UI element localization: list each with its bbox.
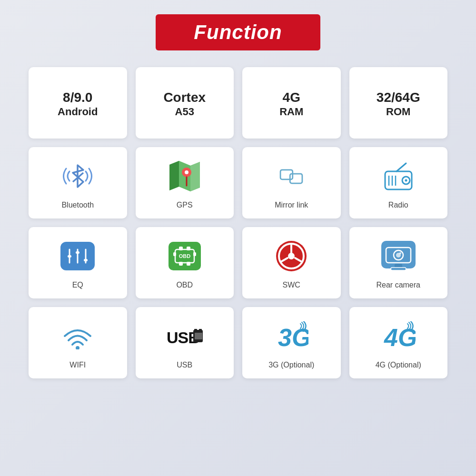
svg-rect-49 — [195, 333, 202, 339]
title-banner: Function — [156, 14, 320, 50]
rearcam-icon — [379, 238, 417, 274]
svg-point-44 — [76, 346, 79, 349]
card-rom: 32/64G ROM — [349, 67, 448, 139]
gps-label: GPS — [177, 201, 193, 209]
svg-rect-21 — [84, 259, 88, 261]
svg-point-43 — [399, 252, 401, 254]
bluetooth-label: Bluetooth — [61, 201, 94, 209]
card-bluetooth: Bluetooth — [29, 147, 127, 218]
gps-icon — [166, 159, 204, 194]
radio-label: Radio — [388, 201, 408, 209]
usb-icon: USB — [166, 318, 204, 354]
usb-label: USB — [177, 361, 192, 369]
card-swc: SWC — [242, 227, 341, 298]
4g-icon: 4G — [379, 318, 417, 354]
3g-label: 3G (Optional) — [268, 361, 314, 369]
obd-label: OBD — [176, 281, 193, 289]
svg-marker-2 — [190, 162, 200, 191]
4g-label: 4G (Optional) — [376, 361, 421, 369]
card-usb: USB USB — [136, 307, 234, 378]
svg-point-5 — [185, 170, 188, 174]
card-radio: Radio — [349, 147, 448, 218]
svg-rect-17 — [68, 255, 71, 258]
3g-icon: 3G — [272, 318, 310, 354]
card-rearcam: Rear camera — [349, 227, 448, 298]
svg-rect-19 — [76, 251, 79, 254]
svg-rect-28 — [179, 262, 183, 266]
ram-main: 4G — [283, 89, 300, 106]
radio-icon — [379, 159, 417, 194]
page-title: Function — [194, 21, 282, 43]
eq-icon — [59, 238, 97, 274]
function-grid: 8/9.0 Android Cortex A53 4G RAM 32/64G R… — [29, 67, 447, 378]
svg-point-36 — [288, 253, 295, 259]
svg-rect-48 — [199, 329, 202, 332]
svg-text:3G: 3G — [278, 324, 308, 351]
wifi-icon — [59, 318, 97, 354]
mirror-label: Mirror link — [275, 201, 308, 209]
cortex-main: Cortex — [163, 89, 206, 106]
svg-rect-25 — [193, 252, 196, 256]
svg-rect-27 — [187, 247, 190, 250]
card-wifi: WIFI — [29, 307, 127, 378]
rearcam-label: Rear camera — [377, 281, 420, 289]
card-android: 8/9.0 Android — [29, 67, 127, 139]
ram-sub: RAM — [279, 106, 303, 118]
swc-icon — [272, 238, 310, 274]
wifi-label: WIFI — [69, 361, 86, 369]
rom-main: 32/64G — [377, 89, 420, 106]
android-sub: Android — [58, 106, 98, 118]
svg-rect-29 — [187, 262, 190, 266]
svg-text:OBD: OBD — [179, 253, 191, 259]
card-eq: EQ — [29, 227, 127, 298]
svg-marker-3 — [169, 161, 179, 190]
svg-rect-47 — [194, 329, 197, 332]
android-main: 8/9.0 — [63, 89, 92, 106]
card-cortex: Cortex A53 — [136, 67, 234, 139]
card-4g: 4G 4G (Optional) — [349, 307, 448, 378]
bluetooth-icon — [59, 159, 97, 194]
card-mirror: Mirror link — [242, 147, 341, 218]
rom-sub: ROM — [386, 106, 410, 118]
obd-icon: OBD — [166, 238, 204, 274]
cortex-sub: A53 — [175, 106, 194, 118]
card-3g: 3G 3G (Optional) — [242, 307, 341, 378]
svg-rect-24 — [173, 252, 176, 256]
svg-point-14 — [405, 179, 407, 181]
svg-line-8 — [397, 163, 406, 171]
card-obd: OBD OBD — [136, 227, 234, 298]
swc-label: SWC — [283, 281, 300, 289]
svg-rect-42 — [391, 268, 406, 270]
mirror-icon — [272, 159, 310, 194]
eq-label: EQ — [72, 281, 83, 289]
card-ram: 4G RAM — [242, 67, 341, 139]
svg-rect-26 — [179, 247, 183, 250]
card-gps: GPS — [136, 147, 234, 218]
